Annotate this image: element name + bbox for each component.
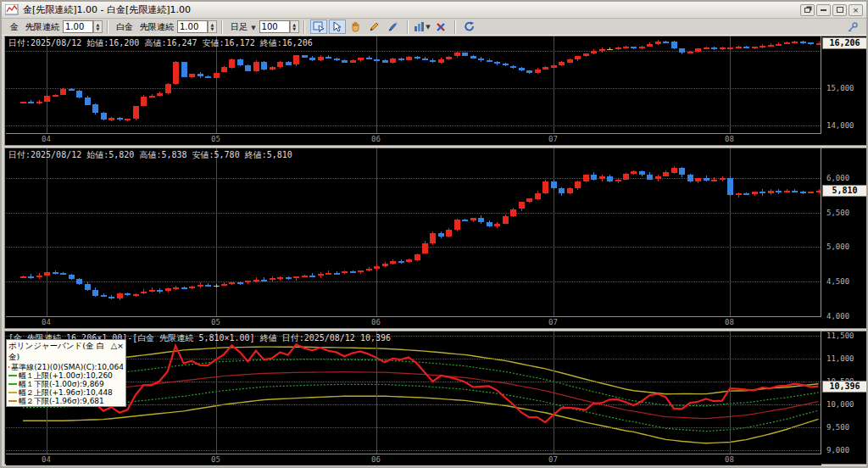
candle: [415, 254, 420, 260]
gold-time-axis: 0405060708: [6, 133, 821, 145]
candle: [655, 176, 661, 179]
candle: [117, 293, 123, 298]
candle: [69, 89, 75, 91]
draw-pencil-button[interactable]: [366, 20, 383, 34]
gold-multiplier-spinner[interactable]: 1.00 ▲▼: [63, 20, 103, 33]
candle: [309, 276, 315, 277]
candle: [245, 281, 251, 282]
gridline-vertical: [376, 148, 377, 328]
platinum-multiplier-spinner[interactable]: 1.00 ▲▼: [177, 20, 217, 33]
candle: [438, 59, 444, 63]
bar-count-value[interactable]: 100: [259, 20, 290, 33]
legend-line-sample: [8, 392, 17, 393]
chevron-down-icon: ▼: [426, 24, 430, 31]
x-tick-label: 07: [548, 318, 558, 326]
platinum-chart-plot[interactable]: 日付:2025/08/12 始値:5,820 高値:5,838 安値:5,780…: [6, 148, 821, 328]
candle: [792, 42, 798, 43]
candle: [462, 53, 468, 56]
gold-multiplier-value[interactable]: 1.00: [63, 20, 93, 33]
refresh-button[interactable]: [461, 20, 478, 34]
settings-key-button[interactable]: [843, 20, 860, 34]
range-select-icon: [313, 21, 325, 32]
candle: [53, 95, 58, 97]
legend-collapse-button[interactable]: △: [111, 341, 117, 363]
bar-count-spinner[interactable]: 100 ▲▼: [259, 20, 299, 33]
bar-count-stepper[interactable]: ▲▼: [290, 20, 299, 33]
gridline-vertical: [47, 148, 47, 328]
candle: [446, 57, 452, 59]
restore-stack-button[interactable]: [800, 4, 815, 16]
close-button[interactable]: ×: [849, 4, 863, 16]
legend-close-button[interactable]: ×: [117, 341, 124, 363]
candle: [36, 102, 42, 103]
candle: [711, 47, 717, 49]
toolbar-separator: [107, 20, 108, 34]
indicator-chart-button[interactable]: ▼: [414, 20, 431, 34]
candle: [494, 62, 500, 64]
period-dropdown[interactable]: 日足 ▼: [231, 21, 256, 33]
spread-chart-plot[interactable]: [金 先限連続 16,206×1.00]-[白金 先限連続 5,810×1.00…: [6, 332, 821, 464]
candle: [318, 57, 324, 60]
platinum-multiplier-stepper[interactable]: ▲▼: [208, 20, 217, 33]
x-tick-label: 06: [371, 318, 381, 326]
y-axis-label: 4,000: [826, 312, 865, 320]
platinum-multiplier-value[interactable]: 1.00: [177, 20, 208, 33]
cursor-tool-button[interactable]: [329, 20, 346, 34]
candle: [736, 193, 742, 195]
candle: [125, 293, 131, 295]
range-select-button[interactable]: [310, 20, 327, 34]
candle: [736, 47, 742, 48]
candle: [350, 60, 356, 63]
candle: [422, 243, 428, 254]
gold-chart-plot[interactable]: 日付:2025/08/12 始値:16,200 高値:16,247 安値:16,…: [6, 36, 821, 145]
candle: [415, 57, 420, 58]
candle: [253, 280, 259, 281]
key-icon: [847, 22, 858, 32]
candle: [245, 65, 251, 71]
candle: [503, 216, 509, 224]
candle: [768, 191, 774, 193]
candle: [615, 47, 621, 49]
candle: [326, 57, 331, 58]
bollinger-lines: [6, 332, 821, 454]
candle: [358, 58, 364, 60]
gold-chart-panel: 日付:2025/08/12 始値:16,200 高値:16,247 安値:16,…: [4, 36, 867, 146]
pan-tool-button[interactable]: [348, 20, 364, 34]
refresh-icon: [464, 21, 476, 32]
candle: [454, 53, 460, 56]
candle: [309, 58, 315, 60]
candle: [358, 270, 364, 272]
candle: [53, 272, 58, 274]
gridline-horizontal: [6, 450, 821, 451]
candle: [92, 104, 98, 113]
delete-indicator-button[interactable]: [432, 20, 449, 34]
candle: [800, 42, 806, 43]
candle: [631, 171, 637, 174]
candle: [583, 53, 589, 56]
candle: [792, 191, 798, 192]
candle: [487, 60, 492, 62]
candle: [671, 168, 677, 173]
candle: [663, 172, 669, 176]
candle: [526, 198, 532, 202]
candle: [261, 62, 267, 70]
toolbar-separator: [221, 20, 223, 34]
candle: [20, 276, 26, 278]
candle: [214, 73, 220, 78]
x-tick-label: 06: [371, 455, 381, 464]
band1-lower-line: [23, 384, 819, 431]
x-tick-label: 07: [548, 455, 558, 464]
x-tick-label: 07: [548, 135, 558, 143]
candle: [784, 191, 790, 192]
candle: [623, 47, 629, 48]
candle: [743, 47, 749, 48]
candle: [366, 269, 372, 270]
maximize-button[interactable]: [832, 4, 847, 16]
candle: [390, 261, 396, 264]
draw-pen-button[interactable]: [385, 20, 402, 34]
minimize-button[interactable]: [816, 4, 831, 16]
gridline-horizontal: [6, 125, 821, 126]
pencil-icon: [369, 21, 380, 32]
candle: [382, 60, 388, 63]
gold-multiplier-stepper[interactable]: ▲▼: [93, 20, 103, 33]
